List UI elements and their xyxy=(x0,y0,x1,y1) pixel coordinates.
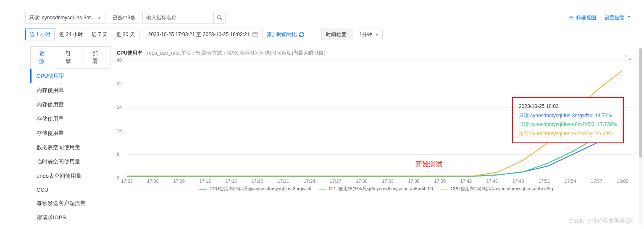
external-link-icon xyxy=(626,15,631,20)
set-alarm-label: 设置告警 xyxy=(605,14,625,21)
y-tick-label: 40 xyxy=(117,58,122,63)
legend-item[interactable]: CPU使用率(%)#只读#cynosdbmysql-ins-3nrgwfzk xyxy=(199,186,311,192)
list-icon xyxy=(568,15,574,21)
metric-item-0[interactable]: CPU使用率 xyxy=(30,69,110,83)
metric-item-2[interactable]: 内存使用量 xyxy=(30,97,110,112)
metric-item-6[interactable]: 临时表空间使用量 xyxy=(30,155,110,169)
y-tick-label: 32 xyxy=(117,81,122,86)
tooltip-line: 读写 cynosdbmysql-ins-edhec3tg: 36.49% xyxy=(519,129,617,139)
legend-swatch xyxy=(319,189,326,190)
tab-0[interactable]: 资源 xyxy=(30,46,57,69)
time-range-btn-3[interactable]: 近 30 天 xyxy=(112,29,139,40)
time-range-btn-1[interactable]: 近 24 小时 xyxy=(55,29,87,40)
search-icon xyxy=(217,15,223,21)
search-button[interactable] xyxy=(214,12,226,24)
chevron-down-icon: ▼ xyxy=(375,32,379,37)
chart-body: 081624324017:0317:0617:0917:1217:1517:18… xyxy=(117,60,636,203)
chart-annotation: 开始测试 xyxy=(415,160,442,169)
chevron-down-icon: ▼ xyxy=(97,16,102,20)
chart-title: CPU使用率 （cpu_use_rate,单位：%,聚合方式：MAX,表示时间间… xyxy=(117,46,636,60)
chart-title-sub: （cpu_use_rate,单位：%,聚合方式：MAX,表示时间间隔(时间粒度)… xyxy=(144,50,329,56)
legend-label: CPU使用率(%)#读写#cynosdbmysql-ins-edhec3tg xyxy=(451,186,553,192)
granularity-selector[interactable]: 1分钟 ▼ xyxy=(356,29,383,40)
metric-item-4[interactable]: 存储使用量 xyxy=(30,126,110,140)
svg-rect-5 xyxy=(253,32,258,36)
metric-item-5[interactable]: 数据表空间使用量 xyxy=(30,140,110,155)
search-input[interactable] xyxy=(142,12,214,24)
time-range-btn-0[interactable]: 近 1 小时 xyxy=(25,29,55,40)
add-time-compare-link[interactable]: 添加时间对比 xyxy=(267,31,305,38)
metric-item-9[interactable]: 每秒发送客户端流量 xyxy=(30,196,110,211)
instance-selector[interactable]: 只读: cynosdbmysql-ins-3nr... ▼ xyxy=(25,12,105,24)
grid-line xyxy=(127,178,636,178)
y-tick-label: 24 xyxy=(117,105,122,110)
time-range-btn-2[interactable]: 近 7 天 xyxy=(87,29,112,40)
expand-icon[interactable] xyxy=(625,54,631,62)
time-range-text: 2023-10-25 17:03:21 至 2023-10-25 18:03:2… xyxy=(148,31,250,38)
y-tick-label: 0 xyxy=(117,175,119,180)
add-compare-label: 添加时间对比 xyxy=(267,31,297,38)
selected-count-button[interactable]: 已选中3条 xyxy=(109,12,139,24)
metric-item-11[interactable]: 写请求IOPS xyxy=(30,225,110,229)
legend-swatch xyxy=(199,189,207,190)
standard-view-label: 标准视图 xyxy=(576,14,596,21)
metric-item-8[interactable]: CCU xyxy=(30,183,110,196)
set-alarm-link[interactable]: 设置告警 xyxy=(605,14,631,21)
chart-title-main: CPU使用率 xyxy=(117,50,142,56)
tab-1[interactable]: 引擎 xyxy=(57,46,84,68)
metric-item-10[interactable]: 读请求IOPS xyxy=(30,211,110,225)
legend-item[interactable]: CPU使用率(%)#读写#cynosdbmysql-ins-edhec3tg xyxy=(441,186,553,192)
scrollbar-thumb[interactable] xyxy=(639,48,642,158)
instance-selector-label: 只读: cynosdbmysql-ins-3nr... xyxy=(29,14,95,21)
chart-tooltip: 2023-10-25 18:02只读 cynosdbmysql-ins-3nrg… xyxy=(512,97,624,143)
legend-label: CPU使用率(%)#只读#cynosdbmysql-ins-n8m4hf00 xyxy=(329,186,433,192)
watermark: CSDN @请你不要再迷恋哥 xyxy=(569,217,636,225)
granularity-label: 时间粒度: xyxy=(321,29,352,40)
tab-2[interactable]: 部署 xyxy=(84,46,110,68)
metric-item-7[interactable]: undo表空间使用量 xyxy=(30,169,110,183)
refresh-icon xyxy=(299,32,305,37)
y-tick-label: 16 xyxy=(117,128,122,133)
svg-point-0 xyxy=(218,16,221,19)
legend-swatch xyxy=(441,189,448,190)
granularity-value: 1分钟 xyxy=(360,31,373,38)
y-tick-label: 8 xyxy=(117,152,119,157)
tooltip-line: 只读 cynosdbmysql-ins-3nrgwfzk: 14.73% xyxy=(519,111,617,121)
legend-label: CPU使用率(%)#只读#cynosdbmysql-ins-3nrgwfzk xyxy=(209,186,311,192)
scrollbar[interactable] xyxy=(639,48,642,225)
tooltip-time: 2023-10-25 18:02 xyxy=(519,102,617,111)
calendar-icon xyxy=(252,31,258,38)
metric-item-3[interactable]: 存储使用率 xyxy=(30,112,110,126)
standard-view-link[interactable]: 标准视图 xyxy=(568,14,596,21)
legend-item[interactable]: CPU使用率(%)#只读#cynosdbmysql-ins-n8m4hf00 xyxy=(319,186,433,192)
svg-line-1 xyxy=(221,18,222,20)
time-range-picker[interactable]: 2023-10-25 17:03:21 至 2023-10-25 18:03:2… xyxy=(144,29,263,40)
metric-item-1[interactable]: 内存使用率 xyxy=(30,83,110,97)
tooltip-line: 只读 cynosdbmysql-ins-n8m4hf00: 17.739% xyxy=(519,120,617,129)
chart-legend: CPU使用率(%)#只读#cynosdbmysql-ins-3nrgwfzkCP… xyxy=(117,183,636,195)
selected-count-label: 已选中3条 xyxy=(113,14,136,21)
